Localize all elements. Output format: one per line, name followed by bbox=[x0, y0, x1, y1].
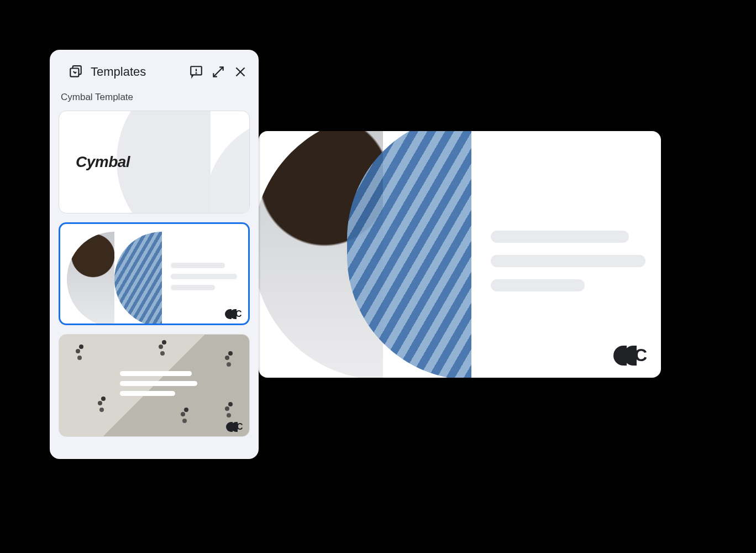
decorative-dot bbox=[225, 406, 229, 411]
template-card-title[interactable]: Cymbal bbox=[59, 111, 250, 213]
decorative-shape bbox=[117, 111, 211, 213]
decorative-dot bbox=[181, 412, 185, 416]
decorative-shape bbox=[205, 117, 250, 213]
templates-panel: Templates Cymbal Template Cymbal C C bbox=[50, 50, 259, 459]
text-placeholder bbox=[120, 371, 197, 401]
decorative-dot bbox=[225, 356, 229, 360]
panel-subtitle: Cymbal Template bbox=[59, 85, 250, 111]
photo-person bbox=[67, 232, 114, 325]
decorative-dot bbox=[98, 401, 102, 405]
brand-wordmark: Cymbal bbox=[76, 153, 130, 171]
templates-icon bbox=[69, 65, 83, 79]
cymbal-logo-icon: C bbox=[613, 346, 647, 366]
template-card-photo-text[interactable]: C bbox=[59, 222, 250, 325]
expand-icon[interactable] bbox=[211, 65, 225, 79]
cymbal-logo-icon: C bbox=[225, 309, 242, 319]
photo-building bbox=[114, 232, 162, 325]
decorative-dot bbox=[159, 345, 163, 349]
feedback-icon[interactable] bbox=[189, 65, 203, 79]
svg-point-3 bbox=[196, 73, 196, 74]
panel-header: Templates bbox=[59, 59, 250, 85]
text-placeholder bbox=[491, 231, 645, 304]
slide-preview: C bbox=[259, 131, 661, 378]
text-placeholder bbox=[171, 263, 237, 296]
cymbal-logo-icon: C bbox=[226, 422, 243, 432]
close-icon[interactable] bbox=[233, 65, 248, 79]
template-card-aerial[interactable]: C bbox=[59, 334, 250, 437]
decorative-dot bbox=[76, 349, 80, 353]
panel-title: Templates bbox=[91, 65, 181, 79]
